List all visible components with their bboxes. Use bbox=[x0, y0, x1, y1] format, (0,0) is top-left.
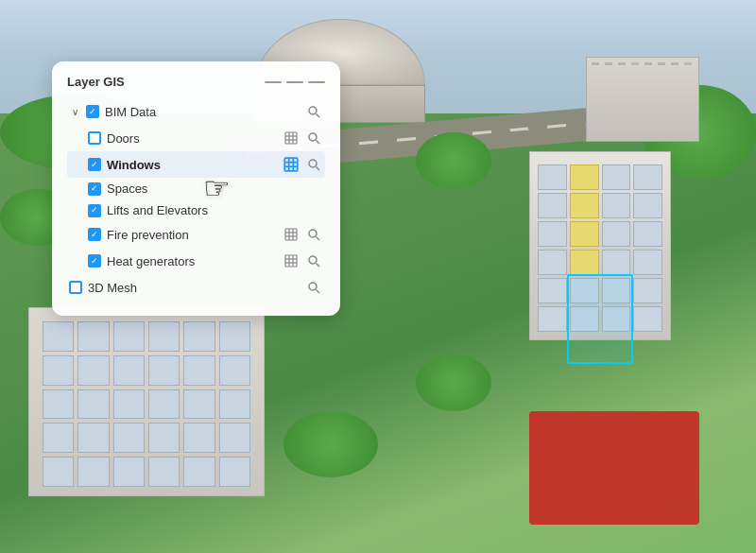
building-center-right bbox=[529, 151, 671, 340]
window-cell bbox=[538, 250, 567, 275]
layer-item-windows[interactable]: Windows bbox=[67, 151, 325, 178]
checkbox-bim-data[interactable] bbox=[86, 105, 99, 118]
window-cell bbox=[633, 193, 662, 218]
checkbox-3d-mesh[interactable] bbox=[69, 281, 82, 294]
window-cell bbox=[77, 457, 109, 487]
window-cell bbox=[538, 193, 567, 218]
search-icon[interactable] bbox=[304, 102, 323, 121]
layer-label-lifts-elevators: Lifts and Elevators bbox=[107, 203, 323, 217]
window-cell bbox=[538, 221, 567, 247]
checkbox-lifts-elevators[interactable] bbox=[88, 204, 101, 217]
layer-icons-bim-data bbox=[304, 102, 323, 121]
window-cell bbox=[148, 457, 180, 487]
window-cell bbox=[633, 306, 662, 332]
layer-label-windows: Windows bbox=[107, 158, 276, 172]
checkbox-windows[interactable] bbox=[88, 158, 101, 171]
window-cell bbox=[570, 278, 599, 303]
checkbox-fire-prevention[interactable] bbox=[88, 228, 101, 241]
search-icon[interactable] bbox=[304, 278, 323, 297]
window-cell bbox=[602, 193, 631, 218]
window-cell bbox=[570, 250, 599, 275]
layer-item-spaces[interactable]: Spaces bbox=[67, 178, 325, 199]
svg-rect-9 bbox=[284, 158, 298, 171]
building-left-windows bbox=[39, 318, 254, 491]
window-cell bbox=[148, 355, 180, 386]
layer-item-doors[interactable]: Doors bbox=[67, 125, 325, 151]
svg-line-31 bbox=[317, 290, 320, 294]
panel-dashes bbox=[265, 81, 325, 83]
window-cell bbox=[602, 221, 631, 247]
layer-label-doors: Doors bbox=[107, 131, 276, 146]
layer-label-fire-prevention: Fire prevention bbox=[107, 228, 276, 242]
table-icon[interactable] bbox=[282, 225, 301, 244]
building-bottom-left bbox=[28, 307, 265, 496]
table-icon[interactable] bbox=[282, 251, 301, 270]
window-cell bbox=[113, 389, 145, 420]
window-cell bbox=[633, 250, 662, 275]
layer-item-heat-generators[interactable]: Heat generators bbox=[67, 248, 325, 274]
window-cell bbox=[538, 306, 567, 332]
window-cell bbox=[43, 389, 74, 420]
search-icon[interactable] bbox=[304, 155, 323, 174]
window-cell bbox=[183, 321, 215, 352]
svg-point-28 bbox=[309, 256, 317, 264]
search-icon[interactable] bbox=[304, 225, 323, 244]
building-center-windows bbox=[535, 162, 665, 335]
window-cell bbox=[113, 355, 145, 386]
window-cell bbox=[602, 164, 631, 190]
window-cell bbox=[113, 321, 145, 352]
window-cell bbox=[183, 457, 215, 487]
window-cell bbox=[602, 278, 631, 303]
tree-cluster bbox=[416, 132, 491, 189]
playground bbox=[529, 411, 699, 525]
window-cell bbox=[219, 321, 250, 352]
layer-item-bim-data[interactable]: ∨ BIM Data bbox=[67, 98, 325, 125]
tree-cluster bbox=[416, 354, 491, 411]
layer-list: ∨ BIM Data Doors bbox=[67, 98, 325, 301]
layer-label-bim-data: BIM Data bbox=[105, 105, 299, 119]
layer-label-spaces: Spaces bbox=[107, 181, 323, 196]
svg-rect-23 bbox=[285, 255, 297, 267]
window-cell bbox=[43, 423, 74, 453]
layer-item-fire-prevention[interactable]: Fire prevention bbox=[67, 221, 325, 248]
window-cell bbox=[219, 457, 250, 487]
layer-icons-windows bbox=[282, 155, 323, 174]
dash-2 bbox=[286, 81, 303, 83]
table-icon[interactable] bbox=[282, 129, 301, 147]
layer-item-3d-mesh[interactable]: 3D Mesh bbox=[67, 274, 325, 301]
window-cell bbox=[43, 355, 74, 386]
layer-icons-heat-generators bbox=[282, 251, 323, 270]
window-cell bbox=[113, 423, 145, 453]
window-cell bbox=[148, 423, 180, 453]
svg-rect-2 bbox=[285, 132, 297, 144]
checkbox-spaces[interactable] bbox=[88, 182, 101, 196]
search-icon[interactable] bbox=[304, 251, 323, 270]
window-cell bbox=[602, 250, 631, 275]
checkbox-doors[interactable] bbox=[88, 131, 101, 145]
svg-point-7 bbox=[309, 133, 317, 141]
layer-icons-doors bbox=[282, 129, 323, 147]
chevron-icon: ∨ bbox=[69, 106, 80, 117]
window-cell bbox=[633, 221, 662, 247]
window-cell bbox=[148, 389, 180, 420]
window-cell bbox=[77, 423, 109, 453]
checkbox-heat-generators[interactable] bbox=[88, 254, 101, 268]
window-cell bbox=[633, 164, 662, 190]
dash-1 bbox=[265, 81, 282, 83]
window-cell bbox=[219, 355, 250, 386]
svg-line-8 bbox=[317, 141, 320, 145]
window-cell bbox=[183, 355, 215, 386]
window-cell bbox=[148, 321, 180, 352]
window-cell bbox=[77, 389, 109, 420]
svg-line-29 bbox=[317, 264, 320, 268]
svg-point-0 bbox=[309, 107, 317, 114]
svg-line-15 bbox=[317, 167, 320, 171]
window-cell bbox=[602, 306, 631, 332]
window-cell bbox=[570, 221, 599, 247]
layer-item-lifts-elevators[interactable]: Lifts and Elevators bbox=[67, 199, 325, 221]
window-cell bbox=[77, 355, 109, 386]
layer-label-heat-generators: Heat generators bbox=[107, 254, 276, 268]
table-icon-active[interactable] bbox=[282, 155, 301, 174]
window-cell bbox=[538, 278, 567, 303]
search-icon[interactable] bbox=[304, 129, 323, 147]
